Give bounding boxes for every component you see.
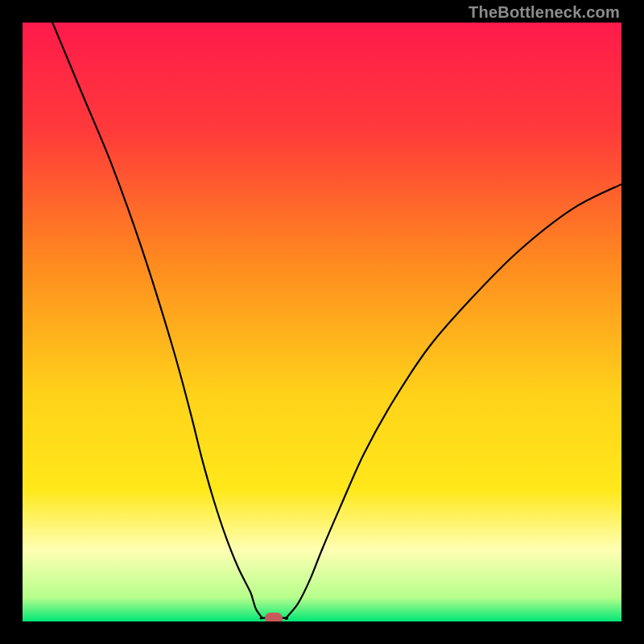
watermark-text: TheBottleneck.com bbox=[469, 3, 620, 22]
optimal-marker bbox=[265, 613, 283, 621]
chart-frame: TheBottleneck.com bbox=[0, 0, 644, 644]
bottleneck-curve bbox=[23, 23, 621, 621]
plot-area bbox=[23, 23, 621, 621]
